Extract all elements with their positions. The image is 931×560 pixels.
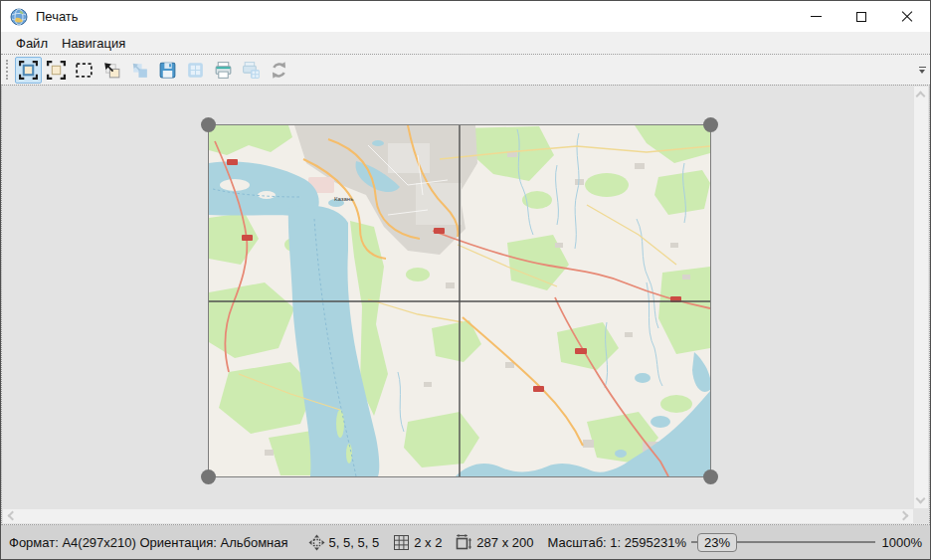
chevron-down-icon [919,70,925,74]
zoom-max-label: 1000% [882,535,922,550]
frame-print-area-icon [46,60,67,81]
scroll-down-icon[interactable] [916,494,926,504]
save-pages-button[interactable] [182,57,209,84]
toolbar [1,54,930,85]
page-size-icon [456,534,472,551]
horizontal-scrollbar[interactable] [3,509,913,523]
move-pages-button[interactable] [126,57,153,84]
grid-icon [393,534,410,551]
margins-value: 5, 5, 5, 5 [329,535,380,550]
refresh-icon [269,60,289,81]
print-pages-button[interactable] [238,57,265,84]
vertical-scrollbar[interactable] [914,87,928,508]
map-canvas[interactable]: Казань [1,85,930,525]
zoom-value-handle[interactable]: 23% [697,533,737,552]
select-print-area-button[interactable] [15,57,42,84]
select-region-icon [74,60,94,81]
pages-grid-value: 2 x 2 [414,535,442,550]
close-icon [901,11,913,23]
map-preview[interactable]: Казань [208,124,711,477]
zoom-control: 1% 23% 1000% [667,533,922,552]
page-size-status: 287 x 200 [456,534,533,551]
print-icon [213,60,234,81]
margins-status: 5, 5, 5, 5 [308,534,380,551]
map-image: Казань [209,125,710,476]
save-button[interactable] [154,57,181,84]
page-size-value: 287 x 200 [476,535,533,550]
menubar: Файл Навигация [1,32,930,54]
margins-icon [308,534,325,551]
maximize-icon [856,12,866,22]
resize-handle-top-left[interactable] [201,117,216,132]
titlebar: Печать [1,1,930,32]
scroll-right-icon[interactable] [899,511,909,521]
map-city-label: Казань [334,196,353,202]
toolbar-overflow-button[interactable] [915,57,929,84]
globe-app-icon [10,8,28,26]
pages-grid-status: 2 x 2 [393,534,442,551]
refresh-button[interactable] [266,57,292,84]
zoom-slider-track[interactable] [737,541,875,543]
maximize-button[interactable] [838,1,884,32]
save-pages-icon [185,60,206,81]
window-title: Печать [36,9,79,24]
print-pages-icon [241,60,262,81]
menu-navigation[interactable]: Навигация [55,34,132,53]
overflow-bar-icon [919,67,926,68]
resize-handle-top-right[interactable] [703,117,718,132]
print-button[interactable] [210,57,237,84]
move-print-area-icon [101,60,122,81]
zoom-min-label: 1% [667,535,686,550]
resize-handle-bottom-left[interactable] [201,469,216,484]
minimize-icon [811,16,822,17]
close-button[interactable] [884,1,930,32]
frame-print-area-button[interactable] [43,57,70,84]
select-print-area-icon [18,60,39,81]
select-region-button[interactable] [71,57,97,84]
print-dialog-window: Печать Файл Навигация [0,0,931,560]
move-print-area-button[interactable] [98,57,125,84]
scroll-up-icon[interactable] [916,92,926,101]
scale-status: Масштаб: 1: 259523 [547,535,667,550]
minimize-button[interactable] [793,1,838,32]
save-icon [157,60,178,81]
move-pages-icon [129,60,150,81]
toolbar-grip [6,60,11,80]
resize-handle-bottom-right[interactable] [703,469,718,484]
statusbar: Формат: A4(297x210) Ориентация: Альбомна… [1,525,930,559]
scroll-left-icon[interactable] [8,511,18,521]
format-status: Формат: A4(297x210) Ориентация: Альбомна… [9,535,288,550]
menu-file[interactable]: Файл [9,34,55,53]
